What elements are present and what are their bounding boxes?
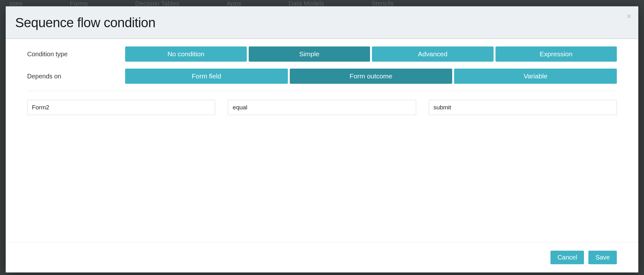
depends-on-label: Depends on: [27, 73, 125, 80]
bg-nav-item: Decision Tables: [135, 0, 179, 6]
modal-header: Sequence flow condition ×: [6, 6, 638, 39]
bg-nav-item: Forms: [70, 0, 88, 6]
depends-on-row: Depends on Form field Form outcome Varia…: [27, 69, 617, 84]
condition-type-option-expression[interactable]: Expression: [495, 46, 617, 62]
divider: [27, 91, 617, 91]
modal-title: Sequence flow condition: [15, 15, 629, 30]
form-select[interactable]: Form2: [27, 100, 215, 115]
condition-type-option-no-condition[interactable]: No condition: [125, 46, 247, 62]
cancel-button[interactable]: Cancel: [550, 251, 584, 264]
condition-type-label: Condition type: [27, 51, 125, 58]
outcome-select-value: submit: [434, 104, 451, 111]
depends-on-option-variable[interactable]: Variable: [454, 69, 617, 84]
condition-type-option-advanced[interactable]: Advanced: [372, 46, 494, 62]
close-icon[interactable]: ×: [627, 12, 631, 20]
condition-inputs-row: Form2 equal submit: [27, 100, 617, 115]
depends-on-option-form-outcome[interactable]: Form outcome: [290, 69, 453, 84]
modal-footer: Cancel Save: [6, 242, 638, 272]
depends-on-option-form-field[interactable]: Form field: [125, 69, 288, 84]
bg-nav-item: Apps: [227, 0, 241, 6]
condition-type-group: No condition Simple Advanced Expression: [125, 46, 617, 62]
bg-nav-item: Data Models: [289, 0, 324, 6]
condition-type-row: Condition type No condition Simple Advan…: [27, 46, 617, 62]
operator-select-value: equal: [233, 104, 247, 111]
depends-on-group: Form field Form outcome Variable: [125, 69, 617, 84]
outcome-select[interactable]: submit: [429, 100, 617, 115]
form-select-value: Form2: [32, 104, 49, 111]
modal-body: Condition type No condition Simple Advan…: [6, 39, 638, 240]
background-nav: sses Forms Decision Tables Apps Data Mod…: [0, 0, 644, 6]
condition-type-option-simple[interactable]: Simple: [249, 46, 370, 62]
sequence-flow-condition-modal: Sequence flow condition × Condition type…: [6, 6, 638, 272]
operator-select[interactable]: equal: [228, 100, 416, 115]
bg-nav-item: Stencils: [371, 0, 393, 6]
save-button[interactable]: Save: [588, 251, 617, 264]
bg-nav-item: sses: [9, 0, 22, 6]
